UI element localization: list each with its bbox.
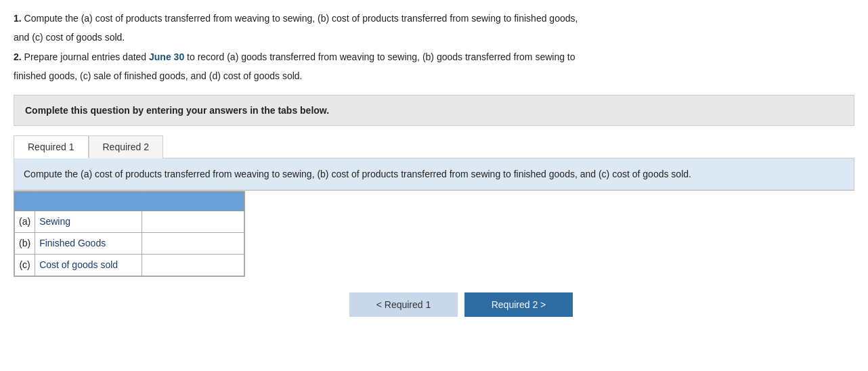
answer-table: (a) Sewing (b) Fi — [14, 192, 244, 276]
row-label-b: Finished Goods — [35, 232, 142, 254]
date-highlight: June 30 — [149, 51, 184, 62]
row-key-b: (b) — [15, 232, 35, 254]
row-label-c: Cost of goods sold — [35, 254, 142, 276]
instruction-line-4: finished goods, (c) sale of finished goo… — [14, 68, 854, 83]
tab-required1[interactable]: Required 1 — [14, 135, 89, 158]
instructions-block: 1. Compute the (a) cost of products tran… — [14, 11, 854, 84]
header-cell-1 — [15, 192, 35, 211]
row-key-c: (c) — [15, 254, 35, 276]
tab-content-text: Compute the (a) cost of products transfe… — [24, 169, 691, 179]
row-key-a: (a) — [15, 211, 35, 232]
table-row: (c) Cost of goods sold — [15, 254, 244, 276]
table-row: (b) Finished Goods — [15, 232, 244, 254]
tabs-section: Required 1 Required 2 Compute the (a) co… — [14, 135, 854, 279]
nav-buttons: < Required 1 Required 2 > — [68, 292, 854, 317]
complete-box: Complete this question by entering your … — [14, 95, 854, 126]
tab-required2-label: Required 2 — [103, 141, 150, 152]
answer-table-wrapper: (a) Sewing (b) Fi — [14, 191, 245, 277]
row-input-a[interactable] — [142, 211, 244, 232]
input-sewing[interactable] — [142, 213, 244, 230]
prev-button-label: < Required 1 — [376, 299, 431, 310]
table-header-row — [15, 192, 244, 211]
next-button-label: Required 2 > — [492, 299, 546, 310]
instruction-line-1: 1. Compute the (a) cost of products tran… — [14, 11, 854, 26]
next-button[interactable]: Required 2 > — [464, 292, 573, 317]
instruction-line-2: and (c) cost of goods sold. — [14, 30, 854, 45]
instruction-number-2: 2. — [14, 51, 22, 62]
row-label-a: Sewing — [35, 211, 142, 232]
table-area: (a) Sewing (b) Fi — [14, 190, 854, 279]
tab-content-area: Compute the (a) cost of products transfe… — [14, 158, 854, 190]
table-row: (a) Sewing — [15, 211, 244, 232]
tab-required1-label: Required 1 — [28, 141, 74, 152]
tab-required2[interactable]: Required 2 — [89, 135, 164, 158]
input-cost-goods-sold[interactable] — [142, 257, 244, 273]
header-cell-3 — [142, 192, 244, 211]
row-input-b[interactable] — [142, 232, 244, 254]
input-finished-goods[interactable] — [142, 235, 244, 251]
instruction-line-3: 2. Prepare journal entries dated June 30… — [14, 49, 854, 64]
row-input-c[interactable] — [142, 254, 244, 276]
instruction-number-1: 1. — [14, 13, 22, 24]
tabs-header: Required 1 Required 2 — [14, 135, 854, 158]
header-cell-2 — [35, 192, 142, 211]
complete-box-text: Complete this question by entering your … — [25, 105, 329, 116]
prev-button[interactable]: < Required 1 — [349, 292, 458, 317]
